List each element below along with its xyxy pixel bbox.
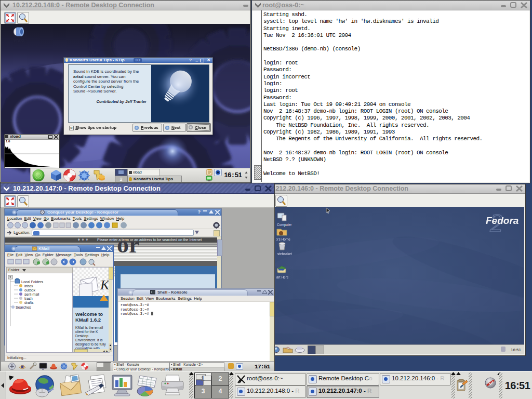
svg-text:trash: trash <box>24 297 33 300</box>
svg-text:drafts: drafts <box>24 301 34 304</box>
svg-text:Searches: Searches <box>16 305 31 309</box>
svg-text:sent-mail: sent-mail <box>24 292 39 296</box>
svg-text:K: K <box>100 277 109 292</box>
svg-text:Local Folders: Local Folders <box>21 280 44 284</box>
svg-text:Fedora: Fedora <box>486 215 519 226</box>
svg-text:outbox: outbox <box>24 288 36 292</box>
svg-text:inbox: inbox <box>24 284 33 288</box>
